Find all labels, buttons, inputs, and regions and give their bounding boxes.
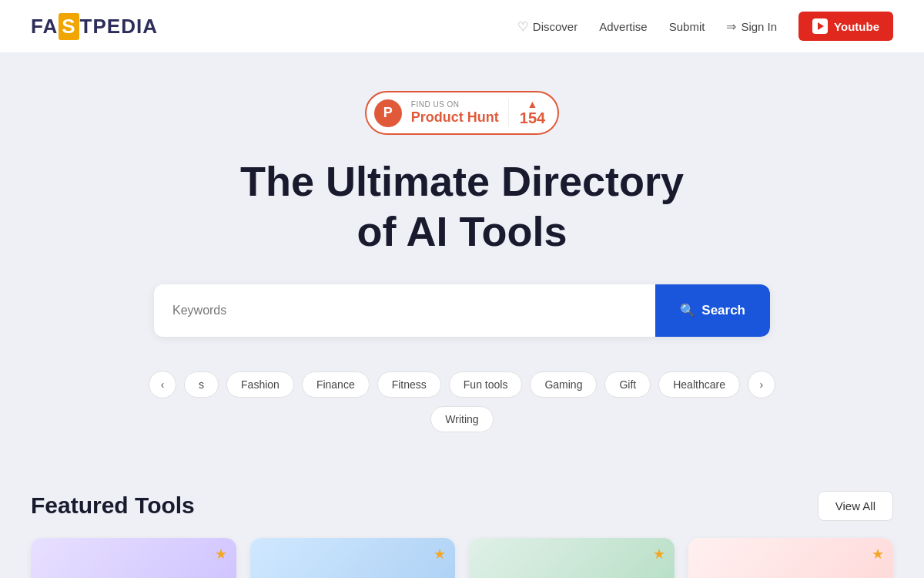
search-button-label: Search	[701, 303, 745, 318]
logo-highlight: S	[59, 13, 79, 40]
tool-card-3[interactable]: Ranked We Make SEO Simple ★	[688, 538, 894, 578]
card-star-3: ★	[872, 546, 884, 563]
heart-icon: ♡	[517, 19, 528, 34]
youtube-button[interactable]: Youtube	[798, 12, 893, 41]
card-star-1: ★	[434, 546, 446, 563]
view-all-button[interactable]: View All	[818, 491, 893, 521]
featured-header: Featured Tools View All	[31, 491, 893, 521]
header: FASTPEDIA ♡ Discover Advertise Submit ⇒ …	[0, 0, 924, 52]
search-button[interactable]: 🔍 Search	[655, 284, 770, 337]
tool-card-2[interactable]: Copy.ai The fastest way to get work ★	[469, 538, 675, 578]
cards-row: Syllaby Effortless Video Marketing:Brain…	[31, 538, 893, 578]
category-chip-finance[interactable]: Finance	[302, 371, 370, 398]
hero-title-line1: The Ultimate Directory	[240, 158, 684, 204]
search-icon: 🔍	[680, 303, 695, 318]
card-star-2: ★	[653, 546, 665, 563]
nav-discover[interactable]: ♡ Discover	[517, 19, 578, 34]
tool-card-0[interactable]: Syllaby Effortless Video Marketing:Brain…	[31, 538, 236, 578]
nav-discover-label: Discover	[533, 20, 578, 33]
featured-section: Featured Tools View All Syllaby Effortle…	[0, 463, 924, 578]
card-image-2: Copy.ai The fastest way to get work	[469, 538, 675, 578]
youtube-icon	[812, 18, 828, 34]
featured-title: Featured Tools	[31, 492, 195, 519]
ph-count-wrap: ▲ 154	[508, 99, 545, 127]
category-next-button[interactable]: ›	[748, 371, 775, 398]
category-chip-gaming[interactable]: Gaming	[530, 371, 597, 398]
hero-title-line2: of AI Tools	[357, 208, 567, 254]
youtube-label: Youtube	[834, 20, 879, 33]
hero-title: The Ultimate Directory of AI Tools	[240, 156, 684, 257]
nav-advertise-label: Advertise	[599, 20, 648, 33]
card-image-3: Ranked We Make SEO Simple	[688, 538, 894, 578]
search-input[interactable]	[154, 304, 655, 318]
nav-advertise[interactable]: Advertise	[599, 20, 648, 33]
search-bar: 🔍 Search	[154, 284, 770, 337]
product-hunt-text: FIND US ON Product Hunt	[411, 100, 499, 126]
logo[interactable]: FASTPEDIA	[31, 13, 158, 40]
hero-section: P FIND US ON Product Hunt ▲ 154 The Ulti…	[0, 52, 924, 463]
card-image-0: Syllaby Effortless Video Marketing:Brain…	[31, 538, 236, 578]
card-image-1: FastReply The Best AI...	[250, 538, 456, 578]
ph-name: Product Hunt	[411, 109, 499, 126]
nav-submit[interactable]: Submit	[669, 20, 705, 33]
categories-row: ‹ s Fashion Finance Fitness Fun tools Ga…	[116, 371, 808, 440]
signin-icon: ⇒	[726, 19, 736, 34]
category-chip-fashion[interactable]: Fashion	[226, 371, 294, 398]
nav: ♡ Discover Advertise Submit ⇒ Sign In Yo…	[517, 12, 893, 41]
product-hunt-badge[interactable]: P FIND US ON Product Hunt ▲ 154	[365, 91, 559, 135]
ph-count: 154	[520, 109, 545, 127]
category-chip-partial[interactable]: s	[184, 371, 219, 398]
nav-signin[interactable]: ⇒ Sign In	[726, 19, 777, 34]
nav-submit-label: Submit	[669, 20, 705, 33]
category-chip-healthcare[interactable]: Healthcare	[658, 371, 740, 398]
category-chip-writing[interactable]: Writing	[430, 406, 493, 432]
ph-find-us: FIND US ON	[411, 100, 499, 109]
category-chip-fitness[interactable]: Fitness	[377, 371, 441, 398]
product-hunt-logo: P	[374, 99, 402, 127]
logo-text: FASTPEDIA	[31, 13, 158, 40]
ph-arrow-icon: ▲	[527, 99, 538, 109]
card-star-0: ★	[215, 546, 227, 563]
category-prev-button[interactable]: ‹	[149, 371, 176, 398]
category-chip-gift[interactable]: Gift	[604, 371, 651, 398]
category-chip-funtools[interactable]: Fun tools	[449, 371, 523, 398]
tool-card-1[interactable]: FastReply The Best AI... ★	[250, 538, 456, 578]
nav-signin-label: Sign In	[741, 20, 777, 33]
